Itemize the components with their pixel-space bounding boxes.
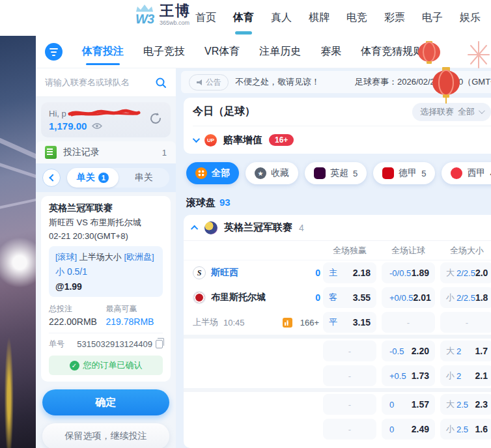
single-bet-count-badge: 1 — [98, 173, 109, 183]
goal-line: 2.5 — [456, 425, 468, 434]
topnav-item-彩票[interactable]: 彩票 — [384, 0, 405, 36]
odds-value: 2.0 — [475, 268, 488, 278]
odds-cell[interactable]: - — [323, 341, 376, 361]
back-button[interactable] — [42, 169, 61, 187]
odds-cell[interactable]: 小2.51.6 — [440, 419, 491, 440]
topnav-item-首页[interactable]: 首页 — [195, 0, 216, 36]
odds-cell[interactable]: - — [382, 312, 435, 333]
refresh-icon[interactable] — [148, 111, 163, 126]
topnav-item-棋牌[interactable]: 棋牌 — [309, 0, 330, 36]
keep-selection-button[interactable]: 保留选项，继续投注 — [42, 423, 169, 448]
odds-cell[interactable]: -0.52.20 — [382, 341, 435, 361]
logo-domain: 365wb.com — [160, 20, 191, 26]
odds-cell[interactable]: - — [323, 365, 376, 386]
chip-label: 全部 — [212, 167, 230, 179]
odds-value: 2.1 — [475, 371, 488, 381]
subnav-tab-VR体育[interactable]: VR体育 — [204, 36, 240, 68]
odds-cell[interactable]: - — [323, 394, 376, 415]
odds-cell[interactable]: 平3.15 — [323, 312, 376, 333]
odds-cell[interactable]: +0/0.52.01 — [382, 287, 435, 308]
odds-cell[interactable]: 02.49 — [382, 419, 435, 440]
user-card: Hi, p 1,179.00 — [41, 102, 171, 137]
filter-chip-西甲[interactable]: 西甲4 — [442, 162, 491, 184]
order-number-value: 5315032913124409 — [77, 339, 152, 349]
subnav-tab-注单历史[interactable]: 注单历史 — [259, 36, 301, 68]
league-select-dropdown[interactable]: 选择联赛 全部 — [412, 103, 491, 121]
confirm-button[interactable]: 确定 — [42, 389, 169, 415]
odds-cell[interactable]: 小22.1 — [440, 365, 491, 386]
odds-value: 1.73 — [412, 371, 429, 381]
odds-cell[interactable]: 小2/2.51.8 — [440, 287, 491, 308]
filter-chip-收藏[interactable]: ★收藏 — [245, 162, 298, 184]
notice-bar: 公告 不便之处，敬请见谅！ 足球赛事：2026/02/21 17:00（GMT+… — [181, 71, 491, 93]
star-icon: ★ — [255, 167, 266, 179]
more-markets-count[interactable]: 166+ — [300, 318, 319, 328]
stats-icon — [283, 318, 292, 328]
outcome-tag: 平 — [329, 316, 337, 328]
notice-fixture-info: 足球赛事：2026/02/21 17:00（GMT+8）克 — [355, 76, 491, 88]
eye-icon[interactable] — [92, 122, 102, 130]
team-name[interactable]: 斯旺西 — [211, 267, 310, 279]
odds-value: 2.01 — [414, 292, 431, 303]
odds-boost-label: 赔率增值 — [223, 134, 262, 147]
slip-tabs-band: 单关 1 串关 — [36, 163, 176, 192]
subnav-tab-赛果[interactable]: 赛果 — [320, 36, 341, 68]
no-odds-dash: - — [329, 371, 371, 381]
search-input[interactable]: 请输入联赛名或球队名 — [36, 68, 176, 97]
search-icon[interactable] — [155, 77, 167, 89]
slip-league: 英格兰冠军联赛 — [49, 203, 163, 214]
copy-icon[interactable] — [156, 340, 163, 348]
collapse-chevron-icon[interactable] — [193, 135, 200, 143]
subnav-tab-体育竞猜规则[interactable]: 体育竞猜规则 — [361, 36, 423, 68]
topnav-item-娱乐[interactable]: 娱乐 — [460, 0, 481, 36]
site-logo[interactable]: W3 王博 365wb.com — [135, 4, 191, 26]
no-odds-dash: - — [446, 318, 488, 328]
odds-cell[interactable]: -0/0.51.89 — [382, 262, 435, 283]
tab-single-bet[interactable]: 单关 1 — [67, 168, 119, 188]
subnav-tabs: 体育投注电子竞技VR体育注单历史赛果体育竞猜规则 — [82, 36, 423, 68]
table-row: 布里斯托尔城0客3.55+0/0.52.01小2/2.51.8 — [184, 285, 491, 310]
odds-value: 3.15 — [353, 317, 371, 328]
odds-cell[interactable]: 主2.18 — [323, 262, 376, 283]
today-title: 今日（足球） — [193, 105, 255, 119]
odds-cell[interactable]: - — [440, 312, 491, 333]
collapse-up-chevron-icon[interactable] — [191, 225, 198, 232]
slip-match: 斯旺西 VS 布里斯托尔城 — [49, 217, 163, 229]
live-markets-label: 滚球盘 — [186, 197, 216, 209]
filter-chip-全部[interactable]: 全部 — [186, 162, 239, 184]
topnav-item-体育[interactable]: 体育 — [233, 0, 254, 36]
odds-cell[interactable]: +0.51.73 — [382, 365, 435, 386]
team-cell: 布里斯托尔城0 — [193, 291, 323, 304]
topnav-item-真人[interactable]: 真人 — [271, 0, 292, 36]
bet-record-label: 投注记录 — [63, 147, 156, 158]
over-under-side: 小 — [446, 370, 455, 382]
column-header: 全场让球 — [382, 245, 435, 257]
table-row: -+0.51.73小22.1 — [184, 363, 491, 388]
balance-amount: 1,179.00 — [49, 120, 87, 132]
odds-cell[interactable]: 大2.52.3 — [440, 394, 491, 415]
subnav-tab-电子竞技[interactable]: 电子竞技 — [143, 36, 185, 68]
filter-chip-德甲[interactable]: 德甲5 — [373, 162, 435, 184]
team-name[interactable]: 布里斯托尔城 — [211, 292, 310, 303]
tab-parlay-bet[interactable]: 串关 — [119, 168, 170, 188]
topnav-item-电竞[interactable]: 电竞 — [346, 0, 367, 36]
team-cell: S斯旺西0 — [193, 266, 323, 279]
bet-record-row[interactable]: 投注记录 1 — [36, 141, 176, 163]
topnav-item-电子[interactable]: 电子 — [422, 0, 443, 36]
odds-cell[interactable]: 客3.55 — [323, 287, 376, 308]
subnav-tab-体育投注[interactable]: 体育投注 — [82, 36, 124, 68]
odds-value: 1.6 — [475, 424, 488, 434]
over-under-side: 大 — [446, 267, 455, 279]
odds-cell[interactable]: 大21.7 — [440, 341, 491, 361]
odds-cell[interactable]: - — [323, 419, 376, 440]
filter-chip-英超[interactable]: 英超5 — [305, 162, 367, 184]
max-win-value: 219.78RMB — [106, 316, 163, 327]
odds-value: 1.7 — [475, 346, 488, 356]
back-arrow-icon — [49, 174, 56, 181]
period-label: 上半场 — [193, 316, 218, 328]
bet-record-count: 1 — [162, 148, 167, 158]
odds-cell[interactable]: 大2/2.52.0 — [440, 262, 491, 283]
odds-cell[interactable]: 01.57 — [382, 394, 435, 415]
filter-icon[interactable] — [45, 43, 63, 61]
slip-market-tag: [欧洲盘] — [124, 252, 154, 262]
